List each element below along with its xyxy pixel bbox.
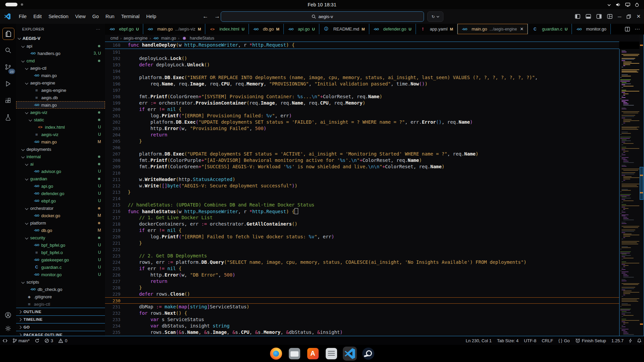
code-editor[interactable]: 191192 deployLock.Lock()193 defer deploy… xyxy=(105,49,619,336)
tree-item-platform[interactable]: platform xyxy=(16,219,105,227)
tree-item-static[interactable]: static xyxy=(16,116,105,123)
code-line-233[interactable]: 233 var s ServiceStatus xyxy=(105,316,619,323)
tree-item-aegis-ctl[interactable]: aegis-ctl xyxy=(16,64,105,72)
tree-item-main.go[interactable]: -GOmain.go xyxy=(16,101,105,109)
code-line-195[interactable]: 195 platform.DB.Exec("INSERT OR REPLACE … xyxy=(105,74,619,81)
code-line-205[interactable]: 205 } xyxy=(105,138,619,144)
more-actions-icon[interactable]: ··· xyxy=(635,26,640,32)
status-branch[interactable]: main* xyxy=(10,338,32,343)
tree-item-orchestrator[interactable]: orchestrator xyxy=(16,204,105,212)
menu-run[interactable]: Run xyxy=(102,12,118,20)
explorer-actions-icon[interactable]: ··· xyxy=(96,27,100,31)
tree-item-bpf_bpfel.o[interactable]: ≡bpf_bpfel.oU xyxy=(16,249,105,256)
scrollbar-thumb[interactable] xyxy=(640,167,643,200)
tree-item-aegis-viz[interactable]: aegis-viz xyxy=(16,109,105,116)
dock-files-icon[interactable] xyxy=(287,347,302,361)
code-line-232[interactable]: 232 for rows.Next() { xyxy=(105,310,619,316)
editor-scrollbar[interactable] xyxy=(639,35,644,336)
tree-item-defender.go[interactable]: -GOdefender.goU xyxy=(16,190,105,197)
code-line-203[interactable]: 203 http.Error(w, "Provisioning Failed",… xyxy=(105,125,619,132)
tree-item-aegis-engine[interactable]: ≡aegis-engine xyxy=(16,86,105,94)
command-center-search[interactable]: aegis-v xyxy=(221,11,424,22)
status-utf-8[interactable]: UTF-8 xyxy=(521,338,539,343)
code-line-213[interactable]: 213} xyxy=(105,189,619,195)
tree-item-ai[interactable]: ai xyxy=(16,160,105,168)
code-line-217[interactable]: 217 // 1. Get Live Docker List xyxy=(105,215,619,221)
tree-item-docker.go[interactable]: -GOdocker.goM xyxy=(16,212,105,219)
tree-item-internal[interactable]: internal xyxy=(16,153,105,160)
minimize-icon[interactable]: ─ xyxy=(618,14,622,19)
dock-appcenter-icon[interactable]: A xyxy=(306,347,320,361)
code-line-227[interactable]: 227 return xyxy=(105,278,619,285)
tree-item-main.go[interactable]: -GOmain.goM xyxy=(16,138,105,145)
menu-terminal[interactable]: Terminal xyxy=(118,12,143,20)
breadcrumb-aegis-engine[interactable]: aegis-engine xyxy=(123,36,148,41)
menu-selection[interactable]: Selection xyxy=(45,12,72,20)
dock-firefox-icon[interactable] xyxy=(269,347,283,361)
tree-item-aegis-engine[interactable]: aegis-engine xyxy=(16,79,105,86)
section-timeline[interactable]: TIMELINE xyxy=(16,315,105,323)
tree-item-gatekeeper.go[interactable]: -GOgatekeeper.goU xyxy=(16,256,105,263)
tab-ebpf.go[interactable]: -GOebpf.goU xyxy=(105,24,143,34)
section-go[interactable]: GO xyxy=(16,323,105,331)
code-line-208[interactable]: 208 fmt.Printf(ColorPurple+"[AI-ADVISOR]… xyxy=(105,157,619,164)
status-go[interactable]: { }Go xyxy=(556,338,573,343)
status-warning[interactable]: 0 xyxy=(56,338,70,343)
menu-help[interactable]: Help xyxy=(143,12,160,20)
code-line-198[interactable]: 198 fmt.Printf(ColorGreen+"[SYSTEM] Prov… xyxy=(105,94,619,100)
code-line-209[interactable]: 209 fmt.Printf(ColorGreen+"[SUCCESS] AEG… xyxy=(105,164,619,170)
status-remote[interactable] xyxy=(0,339,10,343)
code-line-224[interactable]: 224 rows, err := platform.DB.Query("SELE… xyxy=(105,259,619,265)
tab-monitor.go[interactable]: -GOmonitor.go xyxy=(572,24,611,34)
code-line-196[interactable]: 196 req.Name, req.Image, req.CPU, req.Me… xyxy=(105,81,619,87)
code-line-206[interactable]: 206 xyxy=(105,144,619,151)
breadcrumb[interactable]: cmd›aegis-engine›-GOmain.go›◉handleStatu… xyxy=(105,35,644,42)
tab-api.go[interactable]: -GOapi.goU xyxy=(284,24,319,34)
dock-texteditor-icon[interactable] xyxy=(324,347,338,361)
tab-main.go-aegis-engine[interactable]: -GOmain.go.../aegis-engine✕ xyxy=(458,24,528,34)
code-line-226[interactable]: 226 http.Error(w, "DB Error", 500) xyxy=(105,272,619,278)
status-bolt[interactable] xyxy=(626,339,635,343)
sync-dropdown[interactable]: ↻ xyxy=(427,11,443,22)
status-tab-size-4[interactable]: Tab Size: 4 xyxy=(494,338,521,343)
sticky-scroll-line[interactable]: 168func handleDeploy(w http.ResponseWrit… xyxy=(105,42,619,49)
code-line-231[interactable]: 231 dbMap := make(map[string]ServiceStat… xyxy=(105,304,619,310)
settings-gear-icon[interactable] xyxy=(2,323,14,334)
activity-source-control-icon[interactable]: 23 xyxy=(2,61,14,73)
code-line-168[interactable]: 168func handleDeploy(w http.ResponseWrit… xyxy=(105,42,619,48)
system-tray[interactable] xyxy=(607,0,639,9)
code-line-219[interactable]: 219 if err != nil { xyxy=(105,227,619,234)
status-crlf[interactable]: CRLF xyxy=(539,338,556,343)
code-line-211[interactable]: 211 w.WriteHeader(http.StatusAccepted) xyxy=(105,176,619,183)
code-line-225[interactable]: 225 if err != nil { xyxy=(105,265,619,272)
status-finish-setup[interactable]: Finish Setup xyxy=(573,338,609,343)
code-line-216[interactable]: 216func handleStatus(w http.ResponseWrit… xyxy=(105,208,619,215)
nav-back-button[interactable]: ← xyxy=(203,13,208,20)
nav-forward-button[interactable]: → xyxy=(214,13,220,20)
dock-vscode-icon[interactable] xyxy=(343,347,357,361)
tree-item-ebpf.go[interactable]: -GOebpf.goU xyxy=(16,197,105,204)
status-error[interactable]: 3 xyxy=(42,338,56,343)
tab-db.go[interactable]: -GOdb.goM xyxy=(249,24,284,34)
tab-README.md[interactable]: ⓘREADME.mdM xyxy=(319,24,369,34)
code-line-212[interactable]: 212 w.Write([]byte("AEGIS-V: Secure depl… xyxy=(105,183,619,189)
code-line-220[interactable]: 220 log.Printf("[ERROR] Failed to fetch … xyxy=(105,234,619,240)
tree-item-api[interactable]: api xyxy=(16,42,105,50)
breadcrumb-main.go[interactable]: main.go xyxy=(161,36,176,41)
system-clock[interactable]: Feb 10 18:31 xyxy=(0,2,644,7)
activity-search-icon[interactable] xyxy=(2,45,14,56)
code-line-204[interactable]: 204 return xyxy=(105,132,619,138)
activity-extensions-icon[interactable] xyxy=(2,95,14,106)
tree-item-db.go[interactable]: -GOdb.goM xyxy=(16,227,105,234)
code-line-228[interactable]: 228 } xyxy=(105,285,619,291)
code-line-230[interactable]: 230 xyxy=(105,297,619,304)
layout-sidebar-left-icon[interactable] xyxy=(575,14,580,19)
code-line-222[interactable]: 222 xyxy=(105,246,619,253)
tab-index.html[interactable]: <>index.htmlU xyxy=(205,24,249,34)
code-line-221[interactable]: 221 } xyxy=(105,240,619,246)
split-editor-icon[interactable] xyxy=(625,27,630,32)
tree-item-index.html[interactable]: <>index.htmlU xyxy=(16,123,105,131)
code-line-218[interactable]: 218 dockerContainers, err := orchestrato… xyxy=(105,221,619,227)
code-line-199[interactable]: 199 err := orchestrator.ProvisionContain… xyxy=(105,100,619,106)
tree-item-db_check.go[interactable]: -GOdb_check.go xyxy=(16,286,105,293)
